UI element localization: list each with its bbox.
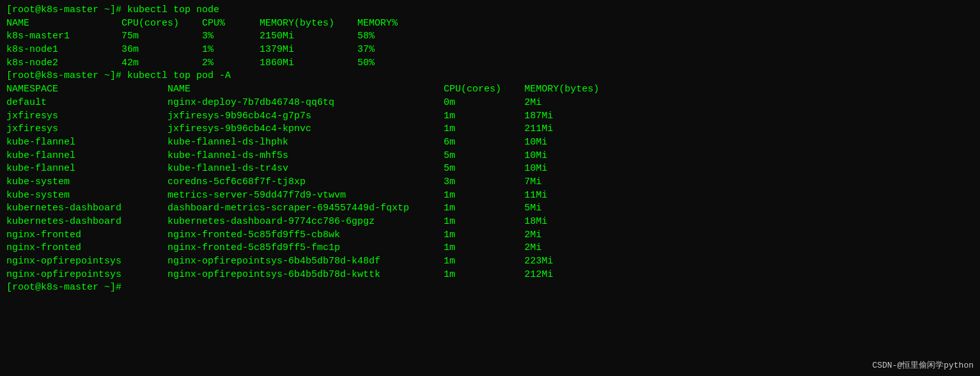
terminal-line: kubernetes-dashboard dashboard-metrics-s… bbox=[6, 202, 974, 215]
terminal-line: jxfiresys jxfiresys-9b96cb4c4-kpnvc 1m 2… bbox=[6, 123, 974, 136]
terminal-line: [root@k8s-master ~]# kubectl top pod -A bbox=[6, 70, 974, 83]
terminal-line: k8s-node1 36m 1% 1379Mi 37% bbox=[6, 43, 974, 57]
watermark-label: CSDN-@恒里偷闲学python bbox=[872, 359, 974, 371]
terminal-line: nginx-fronted nginx-fronted-5c85fd9ff5-f… bbox=[6, 242, 974, 255]
terminal-line: nginx-fronted nginx-fronted-5c85fd9ff5-c… bbox=[6, 229, 974, 242]
terminal-line: kube-flannel kube-flannel-ds-lhphk 6m 10… bbox=[6, 136, 974, 150]
terminal-line: nginx-opfirepointsys nginx-opfirepointsy… bbox=[6, 255, 974, 269]
terminal-line: kube-flannel kube-flannel-ds-tr4sv 5m 10… bbox=[6, 162, 974, 176]
terminal-line: nginx-opfirepointsys nginx-opfirepointsy… bbox=[6, 269, 974, 282]
terminal-line: NAMESPACE NAME CPU(cores) MEMORY(bytes) bbox=[6, 83, 974, 97]
terminal-line: k8s-node2 42m 2% 1860Mi 50% bbox=[6, 57, 974, 70]
terminal-line: NAME CPU(cores) CPU% MEMORY(bytes) MEMOR… bbox=[6, 17, 974, 31]
terminal-line: kube-system coredns-5cf6c68f7f-tj8xp 3m … bbox=[6, 176, 974, 189]
terminal-line: default nginx-deploy-7b7db46748-qq6tq 0m… bbox=[6, 97, 974, 110]
terminal-line: kubernetes-dashboard kubernetes-dashboar… bbox=[6, 215, 974, 229]
terminal-line: [root@k8s-master ~]# bbox=[6, 281, 974, 295]
terminal-output: [root@k8s-master ~]# kubectl top nodeNAM… bbox=[6, 4, 974, 295]
terminal-line: kube-system metrics-server-59dd47f7d9-vt… bbox=[6, 189, 974, 203]
terminal-line: jxfiresys jxfiresys-9b96cb4c4-g7p7s 1m 1… bbox=[6, 110, 974, 123]
terminal-line: k8s-master1 75m 3% 2150Mi 58% bbox=[6, 30, 974, 43]
terminal-line: kube-flannel kube-flannel-ds-mhf5s 5m 10… bbox=[6, 150, 974, 163]
terminal-line: [root@k8s-master ~]# kubectl top node bbox=[6, 4, 974, 17]
